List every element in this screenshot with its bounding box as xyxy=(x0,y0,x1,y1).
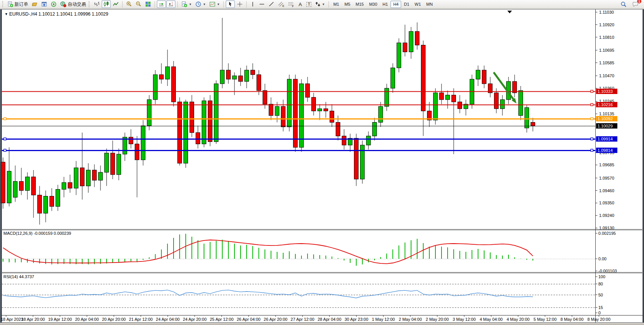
candle-body xyxy=(147,100,151,126)
candle-body xyxy=(354,138,359,179)
zoom-out-icon xyxy=(135,1,142,7)
time-label: 4 May 04:00 xyxy=(480,317,503,322)
timeframe-d1[interactable]: D1 xyxy=(401,1,412,8)
text-label-tool-button[interactable]: T xyxy=(305,0,313,8)
vertical-line-tool-button[interactable] xyxy=(249,0,257,8)
search-button[interactable] xyxy=(619,0,628,8)
text-tool-button[interactable]: A xyxy=(296,0,304,8)
toolbar-grip[interactable] xyxy=(89,1,91,7)
candle-body xyxy=(80,168,84,186)
new-order-button[interactable]: 新订单 xyxy=(6,0,30,8)
timeframe-m1[interactable]: M1 xyxy=(331,1,342,8)
horizontal-line-tool-button[interactable] xyxy=(257,0,266,8)
tile-windows-button[interactable] xyxy=(143,0,153,8)
line-anchor-handle[interactable] xyxy=(591,118,593,120)
rsi-plot-area[interactable] xyxy=(2,273,595,315)
time-label: 20 Apr 04:00 xyxy=(75,317,99,322)
templates-button[interactable]: ▼ xyxy=(208,0,222,8)
timeframe-h4[interactable]: H4 xyxy=(391,1,401,8)
rsi-tick-label: 0 xyxy=(598,311,601,315)
chart-shift-button[interactable] xyxy=(166,0,175,8)
time-label: 3 May 12:00 xyxy=(453,317,476,322)
price-tick-label: 1.09685 xyxy=(599,162,614,167)
fibonacci-tool-button[interactable]: F xyxy=(286,0,296,8)
candle-body xyxy=(312,97,316,111)
zoom-in-icon xyxy=(126,1,132,7)
timeframe-mn[interactable]: MN xyxy=(424,1,435,8)
zoom-out-button[interactable] xyxy=(134,0,143,8)
line-anchor-handle[interactable] xyxy=(4,118,6,120)
candles-chart-button[interactable] xyxy=(102,0,111,8)
time-label: 18 Apr 2023 xyxy=(1,317,23,322)
line-chart-button[interactable] xyxy=(111,0,120,8)
candle-body xyxy=(50,196,54,207)
candle-body xyxy=(129,137,133,144)
zoom-in-button[interactable] xyxy=(124,0,134,8)
indicators-button[interactable]: ▼ xyxy=(180,0,193,8)
line-anchor-handle[interactable] xyxy=(591,104,593,106)
chevron-down-icon: ▼ xyxy=(203,3,206,6)
chart-title-dropdown-icon[interactable]: ▼ xyxy=(5,12,8,16)
toolbar-grip[interactable] xyxy=(2,1,4,7)
timeframe-w1[interactable]: W1 xyxy=(412,1,424,8)
arrows-tool-button[interactable]: ▼ xyxy=(314,0,327,8)
notifications-button[interactable]: 1 xyxy=(631,0,640,8)
auto-scroll-icon xyxy=(158,1,164,7)
timeframe-m30[interactable]: M30 xyxy=(367,1,380,8)
clock-icon xyxy=(195,1,201,7)
timeframe-m15[interactable]: M15 xyxy=(353,1,366,8)
periods-button[interactable]: ▼ xyxy=(194,0,207,8)
candle-body xyxy=(105,153,109,172)
time-label: 27 Apr 12:00 xyxy=(291,317,314,322)
price-badge-label: 1.10029 xyxy=(598,124,613,128)
time-label: 8 May 04:00 xyxy=(561,317,584,322)
data-window-button[interactable] xyxy=(49,0,58,8)
rsi-indicator-label: RSI(14) 44.3737 xyxy=(3,274,34,279)
timeframe-m5[interactable]: M5 xyxy=(342,1,353,8)
profiles-button[interactable] xyxy=(30,0,39,8)
market-watch-button[interactable] xyxy=(40,0,49,8)
candle-body xyxy=(153,75,158,100)
candle-body xyxy=(421,45,426,111)
candle-body xyxy=(281,107,285,127)
line-anchor-handle[interactable] xyxy=(591,138,593,140)
notification-badge: 1 xyxy=(637,0,642,4)
candle-body xyxy=(293,79,298,147)
candle-body xyxy=(513,81,517,93)
cursor-tool-button[interactable] xyxy=(226,0,235,8)
rsi-params: RSI(14) xyxy=(3,274,18,279)
svg-text:E: E xyxy=(282,5,284,7)
candle-body xyxy=(86,170,91,186)
crosshair-tool-button[interactable] xyxy=(235,0,244,8)
rsi-tick-label: 50 xyxy=(598,293,603,297)
candle-body xyxy=(300,84,304,147)
candle-body xyxy=(208,101,212,142)
candle-body xyxy=(263,91,267,104)
chart-canvas[interactable]: 1.110301.109201.108101.106951.105851.104… xyxy=(0,9,644,323)
line-anchor-handle[interactable] xyxy=(4,138,6,140)
auto-trading-button[interactable]: 自动交易 xyxy=(59,0,88,8)
price-tick-label: 1.10470 xyxy=(599,73,614,78)
line-anchor-handle[interactable] xyxy=(4,149,6,151)
trendline-tool-button[interactable] xyxy=(267,0,276,8)
candle-body xyxy=(233,76,237,79)
chart-ohlc-values: 1.10012 1.10041 1.09996 1.10029 xyxy=(38,11,108,17)
time-label: 8 May 20:00 xyxy=(587,317,611,322)
chart-shift-icon xyxy=(168,1,174,7)
macd-plot-area[interactable] xyxy=(2,230,595,272)
candle-body xyxy=(318,109,322,111)
channel-tool-button[interactable]: E xyxy=(276,0,286,8)
arrows-icon xyxy=(315,1,320,7)
profiles-icon xyxy=(32,1,38,7)
timeframe-h1[interactable]: H1 xyxy=(380,1,391,8)
time-label: 5 May 12:00 xyxy=(534,317,557,322)
line-anchor-handle[interactable] xyxy=(591,90,593,92)
candle-body xyxy=(1,162,5,203)
bars-chart-button[interactable] xyxy=(92,0,101,8)
auto-scroll-button[interactable] xyxy=(157,0,166,8)
rsi-tick-label: 80 xyxy=(598,282,603,286)
time-label: 19 Apr 12:00 xyxy=(48,317,72,322)
line-anchor-handle[interactable] xyxy=(591,149,593,151)
time-label: 25 Apr 12:00 xyxy=(210,317,233,322)
candle-body xyxy=(269,104,273,116)
